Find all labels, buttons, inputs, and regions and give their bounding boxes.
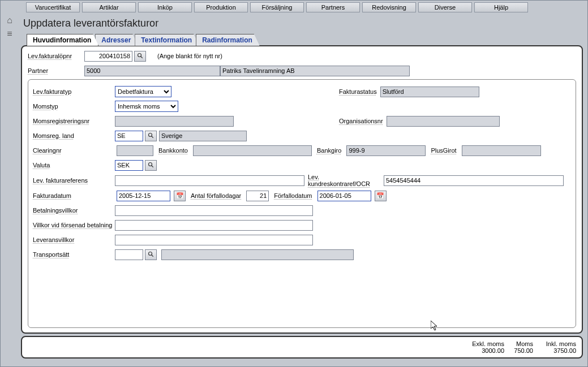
forfallodatum-label: Förfallodatum bbox=[271, 192, 315, 199]
clearingnr-value bbox=[117, 145, 153, 156]
totals-h-inkl: Inkl. moms bbox=[537, 340, 576, 347]
top-menu: Varucertifikat Artiklar Inköp Produktion… bbox=[1, 1, 587, 12]
fakturatyp-label: Lev.fakturatyp bbox=[33, 88, 115, 95]
valuta-input[interactable] bbox=[115, 160, 143, 171]
momsregland-name: Sverige bbox=[159, 131, 247, 141]
menu-artiklar[interactable]: Artiklar bbox=[82, 2, 136, 12]
totals-v-inkl: 3750.00 bbox=[537, 347, 576, 354]
home-icon[interactable]: ⌂ bbox=[3, 15, 16, 25]
svg-line-1 bbox=[140, 57, 142, 58]
transportsatt-code-input[interactable] bbox=[115, 249, 143, 260]
totals-h-moms: Moms bbox=[508, 340, 533, 347]
menu-inkop[interactable]: Inköp bbox=[138, 2, 192, 12]
sidebar: ⌂ ≡ bbox=[3, 15, 16, 42]
menu-varucertifikat[interactable]: Varucertifikat bbox=[26, 2, 80, 12]
momsregland-lookup-icon[interactable] bbox=[145, 131, 157, 141]
partner-code: 5000 bbox=[84, 66, 220, 76]
momsregland-label: Momsreg. land bbox=[33, 132, 115, 139]
kundres-label: Lev. kundreskontraref/OCR bbox=[304, 174, 384, 187]
svg-line-5 bbox=[151, 166, 153, 167]
lopnr-lookup-icon[interactable] bbox=[134, 51, 146, 62]
bankkonto-label: Bankkonto bbox=[155, 147, 191, 154]
totals: Exkl. moms Moms Inkl. moms 3000.00 750.0… bbox=[465, 340, 576, 354]
plusgirot-value bbox=[462, 145, 541, 156]
momstyp-select[interactable]: Inhemsk moms bbox=[115, 101, 178, 112]
svg-point-2 bbox=[148, 133, 152, 137]
menu-produktion[interactable]: Produktion bbox=[194, 2, 248, 12]
bankgiro-value: 999-9 bbox=[346, 145, 426, 156]
fakturastatus-value: Slutförd bbox=[380, 87, 479, 97]
tab-huvudinformation[interactable]: Huvudinformation bbox=[27, 34, 98, 46]
betalningsvillkor-label: Betalningsvillkor bbox=[33, 207, 115, 214]
menu-forsaljning[interactable]: Försäljning bbox=[250, 2, 304, 12]
momsreg-label: Momsregistreringsnr bbox=[33, 118, 115, 124]
totals-v-moms: 750.00 bbox=[508, 347, 533, 354]
partner-name: Patriks Tavelinramning AB bbox=[220, 66, 410, 76]
fakturadatum-calendar-icon[interactable]: 📅 bbox=[174, 191, 186, 201]
transportsatt-label: Transportsätt bbox=[33, 251, 115, 258]
form-box: Lev.fakturatyp Debetfaktura Fakturastatu… bbox=[28, 79, 576, 328]
leveransvillkor-label: Leveransvillkor bbox=[33, 236, 115, 243]
forfallodatum-input[interactable] bbox=[317, 191, 371, 201]
villkor-forsenad-label: Villkor vid försenad betalning bbox=[33, 222, 115, 228]
menu-partners[interactable]: Partners bbox=[306, 2, 360, 12]
forfallodagar-input[interactable] bbox=[246, 191, 269, 201]
tab-radinformation[interactable]: Radinformation bbox=[196, 34, 260, 46]
lopnr-label: Lev.fakturalöpnr bbox=[28, 53, 84, 59]
orgnr-label: Organisationsnr bbox=[336, 118, 387, 124]
valuta-label: Valuta bbox=[33, 162, 115, 169]
forfallodatum-calendar-icon[interactable]: 📅 bbox=[375, 191, 387, 201]
bankgiro-label: Bankgiro bbox=[314, 147, 345, 154]
valuta-lookup-icon[interactable] bbox=[145, 160, 157, 171]
tab-adresser[interactable]: Adresser bbox=[95, 34, 138, 46]
header-panel: Lev.fakturalöpnr (Ange blankt för nytt n… bbox=[21, 45, 583, 334]
transportsatt-name bbox=[161, 249, 354, 260]
momsreg-value bbox=[115, 116, 234, 127]
svg-point-6 bbox=[148, 252, 152, 256]
clearingnr-label: Clearingnr bbox=[33, 147, 115, 154]
tab-textinformation[interactable]: Textinformation bbox=[135, 34, 199, 46]
list-icon[interactable]: ≡ bbox=[3, 29, 16, 39]
transportsatt-lookup-icon[interactable] bbox=[145, 249, 157, 260]
fakturastatus-label: Fakturastatus bbox=[336, 88, 380, 95]
totals-h-exkl: Exkl. moms bbox=[465, 340, 504, 347]
totals-v-exkl: 3000.00 bbox=[465, 347, 504, 354]
partner-label: Partner bbox=[28, 67, 84, 74]
momsregland-code-input[interactable] bbox=[115, 131, 143, 141]
lopnr-hint: (Ange blankt för nytt nr) bbox=[157, 53, 222, 59]
menu-hjalp[interactable]: Hjälp bbox=[474, 2, 528, 12]
bankkonto-value bbox=[193, 145, 312, 156]
leveransvillkor-input[interactable] bbox=[115, 235, 313, 245]
kundres-input[interactable] bbox=[384, 175, 564, 186]
page-title: Uppdatera leverantörsfakturor bbox=[19, 15, 585, 34]
orgnr-value bbox=[387, 116, 500, 127]
forfallodagar-label: Antal förfallodagar bbox=[187, 192, 244, 199]
fakturadatum-label: Fakturadatum bbox=[33, 192, 115, 199]
villkor-forsenad-input[interactable] bbox=[115, 220, 313, 231]
svg-line-7 bbox=[151, 255, 153, 257]
betalningsvillkor-input[interactable] bbox=[115, 205, 313, 216]
fakturaref-input[interactable] bbox=[115, 175, 304, 186]
menu-diverse[interactable]: Diverse bbox=[418, 2, 472, 12]
fakturatyp-select[interactable]: Debetfaktura bbox=[115, 86, 171, 97]
menu-redovisning[interactable]: Redovisning bbox=[362, 2, 416, 12]
lopnr-input[interactable] bbox=[84, 51, 132, 62]
svg-point-4 bbox=[148, 163, 152, 166]
fakturaref-label: Lev. fakturareferens bbox=[33, 177, 115, 184]
momstyp-label: Momstyp bbox=[33, 103, 115, 110]
svg-line-3 bbox=[151, 136, 153, 138]
svg-point-0 bbox=[138, 54, 141, 57]
footer-panel: Exkl. moms Moms Inkl. moms 3000.00 750.0… bbox=[21, 336, 583, 359]
plusgirot-label: PlusGirot bbox=[427, 147, 460, 154]
fakturadatum-input[interactable] bbox=[117, 191, 170, 201]
tab-bar: Huvudinformation Adresser Textinformatio… bbox=[27, 34, 585, 46]
